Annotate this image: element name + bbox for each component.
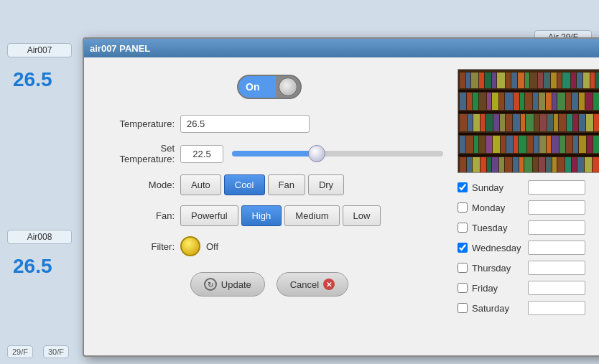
svg-rect-7	[466, 73, 470, 88]
svg-rect-40	[539, 93, 545, 110]
svg-rect-27	[595, 73, 599, 88]
svg-rect-17	[530, 73, 537, 88]
svg-rect-98	[505, 157, 512, 173]
fan-high-button[interactable]: High	[241, 205, 282, 226]
fan-medium-button[interactable]: Medium	[284, 205, 339, 226]
svg-rect-86	[566, 136, 572, 153]
svg-rect-62	[547, 114, 553, 131]
svg-rect-99	[513, 157, 519, 173]
svg-rect-85	[559, 136, 565, 153]
temperature-slider[interactable]	[232, 151, 443, 157]
mode-cool-button[interactable]: Cool	[224, 174, 265, 195]
svg-rect-58	[521, 114, 525, 131]
svg-rect-53	[486, 114, 493, 131]
schedule-monday-label: Monday	[472, 202, 524, 213]
air007-panel: air007 PANEL ✕ On Temperature: 26.5	[83, 37, 599, 357]
room-temp-air008: 26.5	[13, 255, 52, 278]
schedule-friday-time[interactable]	[528, 281, 585, 295]
svg-rect-105	[552, 157, 557, 173]
power-row: On	[96, 69, 443, 105]
svg-rect-31	[479, 93, 486, 110]
schedule-monday-checkbox[interactable]	[458, 202, 468, 213]
schedule-wednesday-checkbox[interactable]	[458, 243, 468, 253]
svg-rect-81	[534, 136, 539, 153]
svg-rect-9	[479, 73, 484, 88]
schedule-friday-label: Friday	[472, 283, 524, 294]
schedule-friday-checkbox[interactable]	[458, 283, 468, 293]
svg-rect-95	[487, 157, 491, 173]
svg-rect-101	[524, 157, 532, 173]
schedule-thursday-checkbox[interactable]	[458, 263, 468, 273]
svg-rect-15	[518, 73, 524, 88]
svg-rect-102	[533, 157, 538, 173]
svg-rect-8	[471, 73, 478, 88]
fan-powerful-button[interactable]: Powerful	[180, 205, 238, 226]
slider-thumb	[308, 145, 325, 162]
svg-rect-49	[460, 114, 467, 131]
svg-rect-33	[492, 93, 498, 110]
schedule-thursday-time[interactable]	[528, 261, 585, 275]
temperature-row: Temperature: 26.5	[96, 115, 443, 133]
svg-rect-71	[466, 136, 473, 153]
temperature-value: 26.5	[180, 115, 310, 133]
svg-rect-61	[540, 114, 547, 131]
svg-rect-10	[485, 73, 491, 88]
svg-rect-68	[586, 114, 593, 131]
schedule-monday-row: Monday	[458, 199, 599, 216]
schedule-friday-row: Friday	[458, 279, 599, 297]
svg-rect-19	[544, 73, 550, 88]
fan-button-group: Powerful High Medium Low	[180, 205, 381, 226]
cancel-button[interactable]: Cancel ✕	[277, 272, 348, 297]
schedule-tuesday-label: Tuesday	[472, 223, 524, 233]
temperature-label: Temperature:	[96, 118, 175, 129]
schedule-thursday-row: Thursday	[458, 259, 599, 276]
power-on-label: On	[246, 81, 259, 93]
fan-label: Fan:	[96, 210, 175, 221]
schedule-monday-time[interactable]	[528, 200, 585, 215]
svg-rect-75	[493, 136, 500, 153]
update-button[interactable]: ↻ Update	[190, 272, 265, 297]
svg-rect-69	[594, 114, 599, 131]
svg-rect-29	[467, 93, 472, 110]
power-toggle[interactable]: On	[237, 75, 302, 99]
fan-row: Fan: Powerful High Medium Low	[96, 205, 443, 226]
svg-rect-52	[480, 114, 485, 131]
svg-rect-103	[539, 157, 545, 173]
schedule-tuesday-time[interactable]	[528, 220, 585, 235]
set-temperature-value: 22.5	[180, 145, 223, 163]
svg-rect-80	[527, 136, 533, 153]
corner-label-30f: 30/F	[43, 345, 69, 358]
svg-rect-100	[519, 157, 524, 173]
svg-rect-107	[565, 157, 571, 173]
svg-rect-108	[572, 157, 577, 173]
svg-rect-74	[486, 136, 492, 153]
schedule-saturday-checkbox[interactable]	[458, 303, 468, 313]
svg-rect-97	[499, 157, 504, 173]
svg-rect-59	[526, 114, 534, 131]
mode-dry-button[interactable]: Dry	[308, 174, 344, 195]
svg-rect-12	[497, 73, 505, 88]
mode-auto-button[interactable]: Auto	[180, 174, 221, 195]
svg-rect-65	[567, 114, 572, 131]
mode-button-group: Auto Cool Fan Dry	[180, 174, 344, 195]
schedule-saturday-time[interactable]	[528, 301, 585, 315]
svg-rect-3	[458, 111, 599, 113]
svg-rect-34	[499, 93, 504, 110]
svg-rect-51	[473, 114, 480, 131]
svg-rect-11	[492, 73, 496, 88]
svg-rect-64	[559, 114, 566, 131]
schedule-tuesday-checkbox[interactable]	[458, 223, 468, 233]
mode-fan-button[interactable]: Fan	[268, 174, 305, 195]
svg-rect-6	[460, 73, 465, 88]
svg-rect-28	[460, 93, 466, 110]
schedule-sunday-time[interactable]	[528, 180, 585, 195]
schedule-wednesday-time[interactable]	[528, 241, 585, 255]
svg-rect-44	[566, 93, 571, 110]
svg-rect-46	[579, 93, 585, 110]
svg-rect-92	[467, 157, 472, 173]
schedule-sunday-checkbox[interactable]	[458, 182, 468, 192]
svg-rect-57	[513, 114, 520, 131]
svg-rect-48	[593, 93, 599, 110]
svg-rect-47	[585, 93, 593, 110]
fan-low-button[interactable]: Low	[343, 205, 381, 226]
